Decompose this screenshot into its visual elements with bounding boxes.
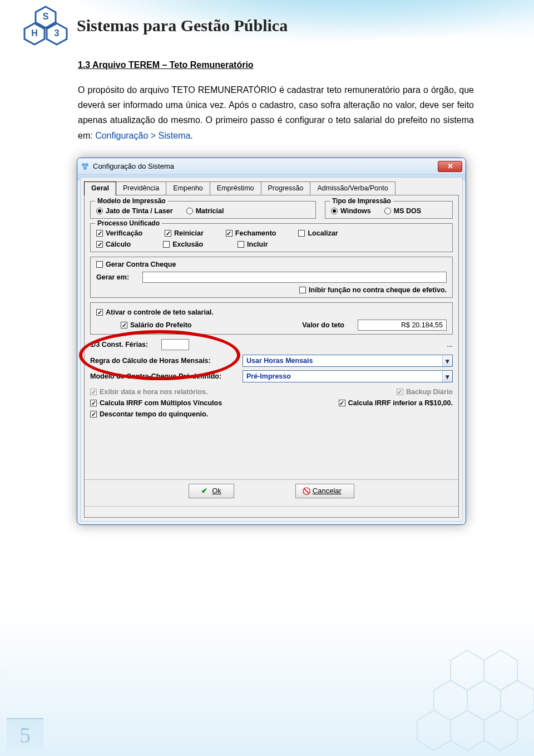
app-icon — [81, 162, 90, 171]
group-modelo-impressao: Modelo de Impressão — [95, 197, 168, 205]
check-localizar[interactable]: Localizar — [298, 229, 338, 237]
svg-marker-16 — [484, 710, 517, 750]
svg-marker-15 — [451, 710, 484, 750]
ok-button[interactable]: ✔ Ok — [189, 484, 234, 498]
check-localizar-label: Localizar — [308, 229, 338, 237]
radio-windows[interactable]: Windows — [331, 207, 371, 215]
valor-teto-field[interactable] — [358, 320, 447, 331]
check-incluir[interactable]: Incluir — [238, 240, 268, 248]
check-calculo[interactable]: Cálculo — [96, 240, 131, 248]
gerar-em-label: Gerar em: — [96, 273, 129, 281]
page-number: 5 — [7, 718, 43, 750]
paragraph-tail: . — [190, 131, 192, 140]
tab-geral[interactable]: Geral — [84, 181, 116, 196]
svg-marker-12 — [467, 680, 501, 720]
check-fechamento-label: Fechamento — [235, 229, 276, 237]
check-salario-prefeito-label: Salário do Prefeito — [130, 321, 191, 329]
config-window: Configuração do Sistema ✕ Geral Previdên… — [77, 158, 466, 525]
section-paragraph: O propósito do arquivo TETO REMUNERATÓRI… — [78, 82, 474, 143]
radio-jato-laser[interactable]: Jato de Tinta / Laser — [96, 207, 173, 215]
window-title: Configuração do Sistema — [93, 162, 434, 170]
check-inibir-funcao-label: Inibir função no contra cheque de efetiv… — [309, 286, 447, 294]
svg-marker-11 — [434, 680, 467, 720]
logo-icon: S H 3 — [22, 6, 69, 46]
check-irrf-inferior[interactable]: Calcula IRRF inferior a R$10,00. — [339, 399, 453, 407]
section-heading: 1.3 Arquivo TEREM – Teto Remuneratório — [78, 60, 474, 70]
check-exclusao-label: Exclusão — [172, 240, 203, 248]
paragraph-link: Configuração > Sistema — [95, 131, 190, 140]
check-icon: ✔ — [201, 487, 207, 495]
tab-strip: Geral Previdência Empenho Empréstimo Pro… — [84, 181, 459, 195]
svg-point-6 — [82, 163, 85, 166]
radio-jato-laser-label: Jato de Tinta / Laser — [106, 207, 173, 215]
group-tipo-impressao: Tipo de Impressão — [330, 197, 393, 205]
modelo-cc-combo[interactable]: Pré-Impresso ▾ — [243, 370, 453, 382]
regra-horas-value: Usar Horas Mensais — [246, 357, 313, 365]
chevron-down-icon: ▾ — [442, 371, 452, 382]
titlebar: Configuração do Sistema ✕ — [77, 158, 466, 175]
svg-point-7 — [85, 163, 88, 166]
group-processo-unificado: Processo Unificado — [95, 219, 162, 227]
honeycomb-decoration — [339, 634, 534, 756]
tab-progressao[interactable]: Progressão — [261, 181, 311, 196]
gerar-em-field[interactable] — [142, 272, 447, 283]
check-calculo-label: Cálculo — [106, 240, 131, 248]
regra-horas-combo[interactable]: Usar Horas Mensais ▾ — [243, 355, 453, 367]
check-fechamento[interactable]: Fechamento — [226, 229, 276, 237]
tab-emprestimo[interactable]: Empréstimo — [210, 181, 261, 196]
radio-msdos[interactable]: MS DOS — [384, 207, 421, 215]
brand-tagline: Sistemas para Gestão Pública — [77, 16, 288, 35]
check-backup-diario-label: Backup Diário — [406, 388, 453, 396]
check-ativar-teto-label: Ativar o controle de teto salarial. — [106, 308, 214, 316]
ok-button-label: Ok — [212, 487, 221, 495]
radio-matricial-label: Matricial — [196, 207, 224, 215]
tab-admissao[interactable]: Admissão/Verba/Ponto — [310, 181, 395, 196]
cancel-button-label: Cancelar — [313, 487, 342, 495]
check-verificacao[interactable]: Verificação — [96, 229, 142, 237]
cancel-button[interactable]: ⃠ Cancelar — [295, 484, 354, 498]
check-verificacao-label: Verificação — [106, 229, 142, 237]
svg-marker-14 — [417, 710, 451, 750]
svg-text:H: H — [31, 28, 38, 38]
check-salario-prefeito[interactable]: Salário do Prefeito — [121, 321, 191, 329]
regra-horas-label: Regra do Cálculo de Horas Mensais: — [90, 357, 229, 365]
check-inibir-funcao[interactable]: Inibir função no contra cheque de efetiv… — [299, 286, 447, 294]
check-exibir-data-hora: Exibir data e hora nos relatórios. — [90, 388, 208, 396]
radio-matricial[interactable]: Matricial — [186, 207, 224, 215]
ferias-field[interactable] — [161, 339, 189, 350]
tab-empenho[interactable]: Empenho — [166, 181, 210, 196]
check-backup-diario: Backup Diário — [397, 388, 453, 396]
svg-text:S: S — [43, 12, 49, 21]
check-exibir-data-hora-label: Exibir data e hora nos relatórios. — [100, 388, 208, 396]
svg-marker-10 — [484, 650, 517, 690]
status-bar — [85, 506, 458, 517]
check-descontar-quinquenio[interactable]: Descontar tempo do quinquenio. — [90, 410, 208, 418]
check-irrf-inferior-label: Calcula IRRF inferior a R$10,00. — [348, 399, 453, 407]
ferias-ellipsis[interactable]: ... — [447, 341, 453, 348]
svg-text:3: 3 — [55, 28, 60, 38]
check-incluir-label: Incluir — [247, 240, 268, 248]
check-reiniciar[interactable]: Reiniciar — [165, 229, 204, 237]
modelo-cc-label: Modelo de Contra-Cheque Pré-definido: — [90, 372, 229, 380]
check-gerar-contra-cheque-label: Gerar Contra Cheque — [106, 261, 176, 268]
radio-windows-label: Windows — [340, 207, 371, 215]
check-irrf-multiplos[interactable]: Calcula IRRF com Múltiplos Vínculos — [90, 399, 222, 407]
ferias-label: 1/3 Const. Férias: — [90, 341, 148, 348]
tab-previdencia[interactable]: Previdência — [116, 181, 166, 196]
check-ativar-teto[interactable]: Ativar o controle de teto salarial. — [96, 308, 214, 316]
svg-marker-9 — [451, 650, 484, 690]
valor-teto-label: Valor do teto — [302, 321, 344, 329]
svg-point-8 — [83, 166, 87, 170]
check-descontar-quinquenio-label: Descontar tempo do quinquenio. — [100, 410, 208, 418]
tab-page-geral: Modelo de Impressão Jato de Tinta / Lase… — [84, 195, 459, 518]
modelo-cc-value: Pré-Impresso — [246, 372, 291, 380]
brand-block: S H 3 Sistemas para Gestão Pública — [22, 6, 288, 46]
svg-marker-13 — [501, 680, 534, 720]
close-button[interactable]: ✕ — [438, 161, 462, 172]
chevron-down-icon: ▾ — [442, 355, 452, 366]
check-irrf-multiplos-label: Calcula IRRF com Múltiplos Vínculos — [100, 399, 222, 407]
check-reiniciar-label: Reiniciar — [174, 229, 204, 237]
check-gerar-contra-cheque[interactable]: Gerar Contra Cheque — [96, 261, 176, 268]
check-exclusao[interactable]: Exclusão — [163, 240, 203, 248]
radio-msdos-label: MS DOS — [394, 207, 421, 215]
